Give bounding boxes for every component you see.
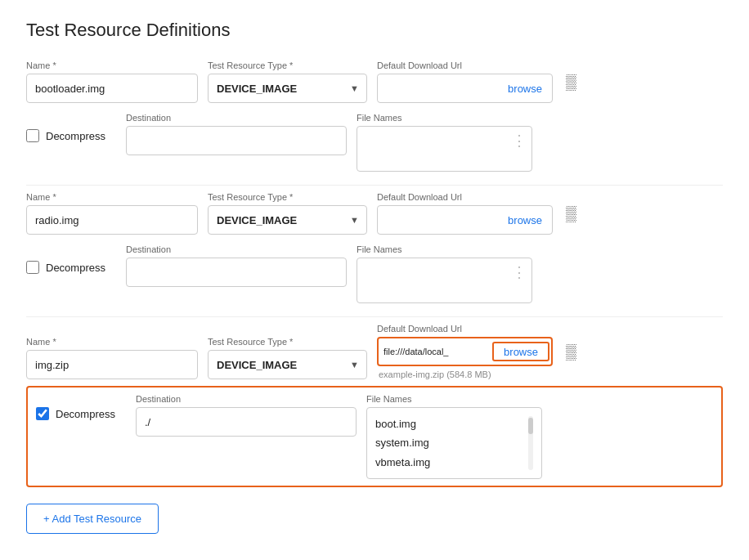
type-select-2[interactable]: DEVICE_IMAGE	[208, 205, 367, 235]
decompress-check-wrapper-2: Decompress	[26, 244, 116, 274]
filenames-text-3: boot.img system.img vbmeta.img	[375, 414, 525, 472]
url-input-2[interactable]	[378, 208, 498, 232]
dest-input-2[interactable]	[126, 258, 347, 287]
url-input-row-3: browse	[377, 337, 553, 366]
filenames-label-1: File Names	[357, 113, 723, 123]
filename-3: vbmeta.img	[375, 453, 525, 472]
decompress-check-wrapper-1: Decompress	[26, 113, 116, 142]
scrollbar-track-3	[528, 416, 533, 470]
resource-block-2: Name * Test Resource Type * DEVICE_IMAGE…	[26, 192, 723, 311]
url-field-1: Default Download Url browse	[377, 60, 553, 103]
delete-btn-2[interactable]: ▒	[563, 203, 580, 224]
browse-btn-1[interactable]: browse	[498, 74, 552, 102]
decompress-label-1: Decompress	[46, 130, 105, 142]
page-title: Test Resource Definitions	[26, 20, 723, 41]
divider-2	[26, 316, 723, 317]
url-field-3: Default Download Url browse example-img.…	[377, 324, 553, 379]
type-field-2: Test Resource Type * DEVICE_IMAGE ▼	[208, 192, 367, 235]
dest-label-1: Destination	[126, 113, 347, 123]
decompress-checkbox-3[interactable]	[36, 407, 49, 420]
decompress-check-wrapper-3: Decompress	[36, 394, 126, 420]
browse-btn-3[interactable]: browse	[492, 342, 549, 361]
name-label-1: Name *	[26, 60, 198, 70]
url-label-2: Default Download Url	[377, 192, 553, 202]
resource-row-2: Name * Test Resource Type * DEVICE_IMAGE…	[26, 192, 723, 235]
url-input-row-2: browse	[377, 205, 553, 235]
name-field-3: Name *	[26, 337, 198, 379]
divider-1	[26, 185, 723, 186]
name-input-1[interactable]	[26, 74, 198, 103]
type-select-wrapper-1: DEVICE_IMAGE ▼	[208, 74, 367, 103]
url-label-1: Default Download Url	[377, 60, 553, 70]
filenames-label-2: File Names	[357, 244, 723, 254]
type-label-1: Test Resource Type *	[208, 60, 367, 70]
name-label-3: Name *	[26, 337, 198, 347]
dest-field-wrapper-3: Destination	[136, 394, 357, 437]
url-label-3: Default Download Url	[377, 324, 553, 334]
type-select-3[interactable]: DEVICE_IMAGE	[208, 350, 367, 379]
dest-input-3[interactable]	[136, 407, 357, 437]
name-field-2: Name *	[26, 192, 198, 235]
decompress-row-1: Decompress Destination File Names ⋮	[26, 105, 723, 180]
decompress-label-3: Decompress	[56, 408, 115, 420]
type-select-wrapper-2: DEVICE_IMAGE ▼	[208, 205, 367, 235]
name-input-3[interactable]	[26, 350, 198, 379]
type-select-1[interactable]: DEVICE_IMAGE	[208, 74, 367, 103]
url-field-2: Default Download Url browse	[377, 192, 553, 235]
type-label-2: Test Resource Type *	[208, 192, 367, 202]
scroll-indicator-1: ⋮	[512, 133, 527, 148]
decompress-checkbox-1[interactable]	[26, 129, 39, 142]
filenames-area-3: boot.img system.img vbmeta.img	[366, 407, 542, 479]
type-label-3: Test Resource Type *	[208, 337, 367, 347]
filename-1: boot.img	[375, 414, 525, 433]
type-field-3: Test Resource Type * DEVICE_IMAGE ▼	[208, 337, 367, 379]
decompress-row-3: Decompress Destination File Names boot.i…	[26, 386, 723, 487]
scrollbar-thumb-3	[528, 418, 533, 434]
filenames-wrapper-2: File Names ⋮	[357, 244, 723, 303]
type-select-wrapper-3: DEVICE_IMAGE ▼	[208, 350, 367, 379]
filenames-area-1: ⋮	[357, 126, 532, 172]
name-label-2: Name *	[26, 192, 198, 202]
type-field-1: Test Resource Type * DEVICE_IMAGE ▼	[208, 60, 367, 103]
dest-field-wrapper-2: Destination	[126, 244, 347, 287]
name-input-2[interactable]	[26, 205, 198, 235]
delete-btn-3[interactable]: ▒	[563, 341, 580, 362]
resource-block-1: Name * Test Resource Type * DEVICE_IMAGE…	[26, 60, 723, 180]
decompress-checkbox-2[interactable]	[26, 261, 39, 274]
filenames-wrapper-1: File Names ⋮	[357, 113, 723, 172]
name-field-1: Name *	[26, 60, 198, 103]
decompress-label-2: Decompress	[46, 262, 105, 274]
browse-btn-2[interactable]: browse	[498, 206, 552, 234]
filenames-label-3: File Names	[366, 394, 713, 404]
dest-label-3: Destination	[136, 394, 357, 404]
filenames-wrapper-3: File Names boot.img system.img vbmeta.im…	[366, 394, 713, 479]
url-input-1[interactable]	[378, 76, 498, 101]
scroll-indicator-2: ⋮	[512, 265, 527, 280]
resource-row-3: Name * Test Resource Type * DEVICE_IMAGE…	[26, 324, 723, 379]
url-hint-3: example-img.zip (584.8 MB)	[377, 370, 553, 379]
url-input-row-1: browse	[377, 74, 553, 103]
delete-btn-1[interactable]: ▒	[563, 71, 580, 92]
resource-block-3: Name * Test Resource Type * DEVICE_IMAGE…	[26, 324, 723, 487]
add-resource-button[interactable]: + Add Test Resource	[26, 504, 159, 534]
filename-2: system.img	[375, 433, 525, 452]
dest-input-1[interactable]	[126, 126, 347, 155]
filenames-area-2: ⋮	[357, 258, 532, 303]
decompress-row-2: Decompress Destination File Names ⋮	[26, 236, 723, 311]
dest-field-wrapper-1: Destination	[126, 113, 347, 155]
url-input-3[interactable]	[379, 340, 491, 363]
resource-row-1: Name * Test Resource Type * DEVICE_IMAGE…	[26, 60, 723, 103]
dest-label-2: Destination	[126, 244, 347, 254]
